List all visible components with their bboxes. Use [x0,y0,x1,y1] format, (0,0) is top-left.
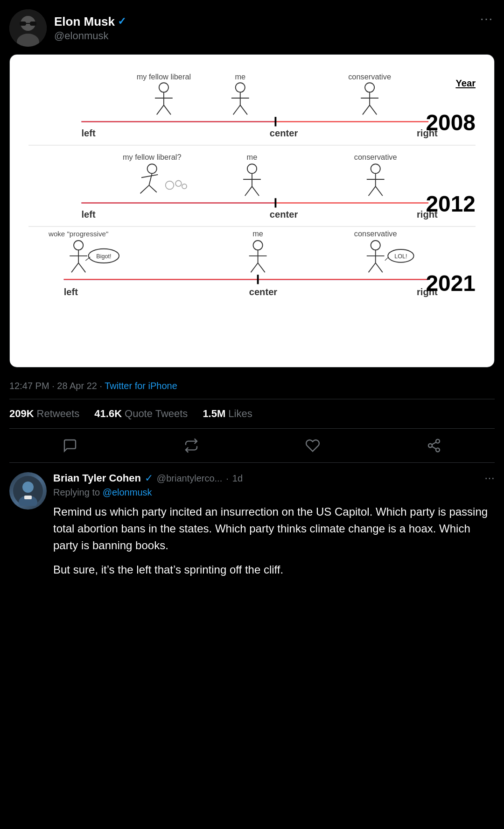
reply-text: Remind us which party incited an insurre… [53,503,495,578]
svg-text:2012: 2012 [426,191,476,216]
likes-count: 1.5M [203,408,225,420]
svg-line-96 [432,446,436,449]
quote-tweets-stat[interactable]: 41.6K Quote Tweets [94,408,188,420]
svg-text:center: center [270,128,298,138]
svg-line-13 [164,105,171,114]
svg-text:me: me [252,229,263,238]
svg-point-72 [253,241,263,250]
svg-point-41 [175,180,182,186]
svg-text:left: left [81,128,96,138]
svg-line-51 [369,186,376,196]
svg-point-99 [22,482,34,493]
avatar[interactable] [9,9,47,47]
svg-text:left: left [64,287,78,297]
reply-paragraph-1: Remind us which party incited an insurre… [53,503,495,554]
tweet-actions [9,429,495,463]
svg-rect-101 [24,496,32,499]
reply-more-options-icon[interactable]: ⋯ [484,472,495,484]
svg-text:center: center [270,209,298,220]
svg-line-97 [432,442,436,445]
retweets-count: 209K [9,408,34,420]
svg-line-17 [233,105,240,114]
svg-line-47 [252,186,259,196]
svg-text:left: left [81,209,96,220]
svg-point-95 [436,448,440,452]
tweet-header: Elon Musk ✓ @elonmusk ⋯ [9,9,495,47]
svg-rect-4 [30,21,36,26]
tweet-stats: 209K Retweets 41.6K Quote Tweets 1.5M Li… [9,399,495,429]
svg-line-68 [78,263,85,272]
svg-line-75 [251,263,258,272]
svg-line-84 [385,257,389,261]
likes-stat[interactable]: 1.5M Likes [203,408,252,420]
svg-line-52 [376,186,383,196]
svg-point-93 [436,439,440,443]
political-spectrum-chart: my fellow liberal me conservative [28,69,476,351]
like-button[interactable] [296,432,329,459]
svg-line-12 [157,105,164,114]
svg-point-42 [182,184,187,189]
svg-text:center: center [249,287,278,297]
share-button[interactable] [417,432,451,459]
svg-text:me: me [247,153,258,161]
tweet-image: my fellow liberal me conservative [9,54,495,368]
retweet-button[interactable] [175,432,208,459]
svg-point-48 [371,164,380,173]
reply-verified-badge: ✓ [145,472,153,484]
svg-text:conservative: conservative [354,153,397,161]
svg-text:my fellow liberal: my fellow liberal [137,72,191,81]
svg-line-67 [71,263,78,272]
svg-point-77 [371,241,380,250]
display-name[interactable]: Elon Musk ✓ [54,14,126,29]
reply-author-name[interactable]: Brian Tyler Cohen [53,472,141,484]
svg-point-43 [247,164,257,173]
tweet-source[interactable]: Twitter for iPhone [105,381,177,391]
reply-avatar[interactable] [9,472,47,510]
svg-point-9 [159,83,168,92]
reply-button[interactable] [53,432,87,459]
svg-point-94 [428,444,432,447]
svg-text:my fellow liberal?: my fellow liberal? [123,153,182,161]
svg-text:woke "progressive": woke "progressive" [48,230,108,238]
svg-rect-3 [20,21,26,26]
svg-line-23 [370,105,377,114]
svg-point-64 [74,241,83,250]
likes-label: Likes [228,408,252,420]
more-options-icon[interactable]: ⋯ [478,9,495,28]
svg-line-36 [149,173,152,185]
quote-label: Quote Tweets [125,408,188,420]
username[interactable]: @elonmusk [54,30,126,42]
svg-text:2021: 2021 [426,271,476,296]
quote-count: 41.6K [94,408,122,420]
retweets-stat[interactable]: 209K Retweets [9,408,79,420]
svg-line-46 [245,186,252,196]
reply-tweet: Brian Tyler Cohen ✓ @briantylerco... · 1… [0,463,504,588]
svg-text:Year: Year [455,78,476,88]
reply-header: Brian Tyler Cohen ✓ @briantylerco... · 1… [53,472,495,484]
verified-badge: ✓ [118,15,126,28]
user-info: Elon Musk ✓ @elonmusk [54,14,126,42]
svg-line-39 [149,185,156,192]
reply-paragraph-2: But sure, it’s the left that’s sprinting… [53,561,495,578]
svg-line-38 [140,185,149,194]
reply-username[interactable]: @briantylerco... [157,473,222,484]
svg-line-80 [369,263,376,272]
retweets-label: Retweets [37,408,80,420]
replying-to-user[interactable]: @elonmusk [103,487,152,497]
svg-point-14 [236,83,245,92]
svg-line-81 [376,263,383,272]
svg-point-35 [147,164,157,173]
svg-point-19 [365,83,374,92]
svg-text:conservative: conservative [354,229,397,238]
svg-text:LOL!: LOL! [394,253,407,260]
svg-line-76 [258,263,265,272]
svg-line-18 [240,105,247,114]
svg-text:conservative: conservative [348,72,391,81]
tweet-timestamp: 12:47 PM · 28 Apr 22 · Twitter for iPhon… [9,373,495,399]
svg-line-22 [363,105,370,114]
svg-point-40 [166,181,174,190]
svg-line-37 [141,175,158,177]
svg-text:2008: 2008 [426,110,476,135]
reply-content: Brian Tyler Cohen ✓ @briantylerco... · 1… [53,472,495,578]
svg-text:me: me [235,72,245,81]
